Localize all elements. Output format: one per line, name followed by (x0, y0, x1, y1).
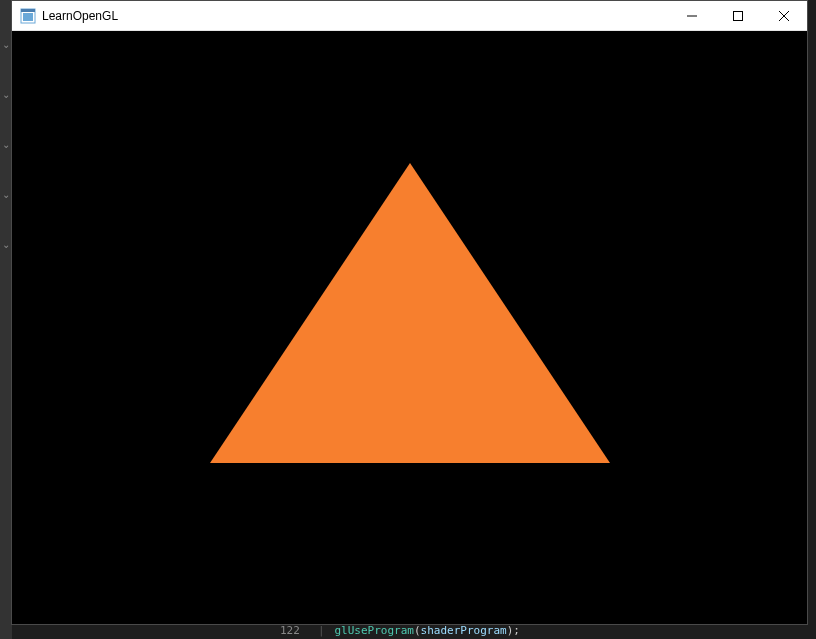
window-title: LearnOpenGL (42, 9, 669, 23)
code-function: glUseProgram (335, 624, 414, 637)
code-argument: shaderProgram (421, 624, 507, 637)
rendered-triangle (210, 163, 610, 463)
maximize-icon (733, 11, 743, 21)
close-button[interactable] (761, 1, 807, 30)
app-window: LearnOpenGL (11, 0, 808, 625)
maximize-button[interactable] (715, 1, 761, 30)
svg-rect-2 (21, 9, 35, 12)
line-number: 122 (280, 624, 300, 637)
code-tail: ); (507, 624, 520, 637)
minimize-button[interactable] (669, 1, 715, 30)
minimize-icon (687, 11, 697, 21)
svg-rect-1 (23, 13, 33, 21)
app-icon (20, 8, 36, 24)
opengl-viewport (12, 31, 807, 624)
fold-chevron-icon: ⌄ (2, 240, 10, 250)
titlebar[interactable]: LearnOpenGL (12, 1, 807, 31)
editor-code-peek: 122|glUseProgram(shaderProgram); (280, 624, 520, 637)
svg-rect-4 (734, 11, 743, 20)
fold-chevron-icon: ⌄ (2, 190, 10, 200)
close-icon (779, 11, 789, 21)
fold-chevron-icon: ⌄ (2, 90, 10, 100)
fold-chevron-icon: ⌄ (2, 140, 10, 150)
fold-chevron-icon: ⌄ (2, 40, 10, 50)
window-controls (669, 1, 807, 30)
